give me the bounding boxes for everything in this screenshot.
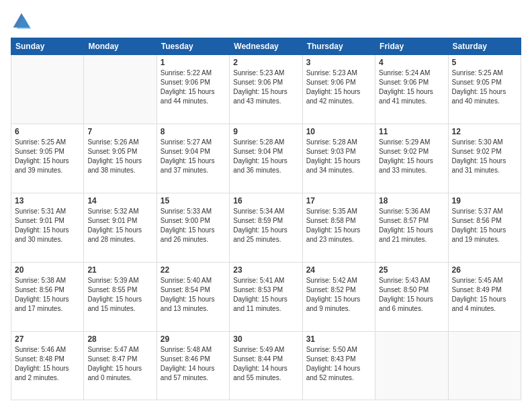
day-info: Sunrise: 5:43 AM Sunset: 8:50 PM Dayligh… bbox=[379, 276, 444, 314]
calendar-cell: 28Sunrise: 5:47 AM Sunset: 8:47 PM Dayli… bbox=[84, 332, 157, 400]
day-info: Sunrise: 5:27 AM Sunset: 9:04 PM Dayligh… bbox=[161, 138, 226, 175]
day-info: Sunrise: 5:31 AM Sunset: 9:01 PM Dayligh… bbox=[15, 207, 80, 244]
calendar-cell: 27Sunrise: 5:46 AM Sunset: 8:48 PM Dayli… bbox=[11, 332, 84, 400]
day-info: Sunrise: 5:28 AM Sunset: 9:03 PM Dayligh… bbox=[306, 138, 371, 175]
day-number: 2 bbox=[233, 58, 298, 67]
calendar-week-1: 1Sunrise: 5:22 AM Sunset: 9:06 PM Daylig… bbox=[11, 55, 521, 124]
day-info: Sunrise: 5:35 AM Sunset: 8:58 PM Dayligh… bbox=[306, 207, 371, 244]
calendar-cell: 2Sunrise: 5:23 AM Sunset: 9:06 PM Daylig… bbox=[230, 55, 302, 124]
day-info: Sunrise: 5:30 AM Sunset: 9:02 PM Dayligh… bbox=[452, 138, 517, 175]
day-info: Sunrise: 5:50 AM Sunset: 8:43 PM Dayligh… bbox=[306, 345, 371, 383]
day-number: 10 bbox=[306, 127, 371, 136]
logo bbox=[11, 11, 35, 32]
calendar-cell: 3Sunrise: 5:23 AM Sunset: 9:06 PM Daylig… bbox=[302, 55, 375, 124]
day-number: 20 bbox=[15, 265, 80, 275]
calendar-table: SundayMondayTuesdayWednesdayThursdayFrid… bbox=[11, 38, 521, 400]
day-info: Sunrise: 5:42 AM Sunset: 8:52 PM Dayligh… bbox=[306, 276, 371, 314]
calendar-week-4: 20Sunrise: 5:38 AM Sunset: 8:56 PM Dayli… bbox=[11, 263, 521, 332]
day-number: 16 bbox=[233, 196, 298, 205]
day-info: Sunrise: 5:33 AM Sunset: 9:00 PM Dayligh… bbox=[161, 207, 226, 244]
calendar-cell: 25Sunrise: 5:43 AM Sunset: 8:50 PM Dayli… bbox=[375, 263, 448, 332]
calendar-body: 1Sunrise: 5:22 AM Sunset: 9:06 PM Daylig… bbox=[11, 55, 521, 400]
calendar-header-tuesday: Tuesday bbox=[157, 38, 229, 55]
calendar-cell: 21Sunrise: 5:39 AM Sunset: 8:55 PM Dayli… bbox=[84, 263, 157, 332]
logo-icon bbox=[11, 11, 32, 32]
calendar-week-2: 6Sunrise: 5:25 AM Sunset: 9:05 PM Daylig… bbox=[11, 124, 521, 193]
day-info: Sunrise: 5:29 AM Sunset: 9:02 PM Dayligh… bbox=[379, 138, 444, 175]
day-info: Sunrise: 5:25 AM Sunset: 9:05 PM Dayligh… bbox=[15, 138, 80, 175]
day-info: Sunrise: 5:32 AM Sunset: 9:01 PM Dayligh… bbox=[87, 207, 152, 244]
calendar-cell: 24Sunrise: 5:42 AM Sunset: 8:52 PM Dayli… bbox=[302, 263, 375, 332]
calendar-cell: 16Sunrise: 5:34 AM Sunset: 8:59 PM Dayli… bbox=[230, 193, 302, 263]
day-number: 28 bbox=[87, 334, 152, 344]
calendar-cell: 1Sunrise: 5:22 AM Sunset: 9:06 PM Daylig… bbox=[157, 55, 229, 124]
day-number: 25 bbox=[379, 265, 444, 275]
calendar-cell: 22Sunrise: 5:40 AM Sunset: 8:54 PM Dayli… bbox=[157, 263, 229, 332]
day-number: 21 bbox=[87, 265, 152, 275]
day-info: Sunrise: 5:49 AM Sunset: 8:44 PM Dayligh… bbox=[233, 345, 298, 383]
calendar-cell bbox=[11, 55, 84, 124]
calendar-cell: 13Sunrise: 5:31 AM Sunset: 9:01 PM Dayli… bbox=[11, 193, 84, 263]
day-number: 5 bbox=[452, 58, 517, 67]
day-info: Sunrise: 5:24 AM Sunset: 9:06 PM Dayligh… bbox=[379, 68, 444, 106]
calendar-cell: 5Sunrise: 5:25 AM Sunset: 9:05 PM Daylig… bbox=[448, 55, 521, 124]
day-number: 9 bbox=[233, 127, 298, 136]
calendar-cell bbox=[448, 332, 521, 400]
day-info: Sunrise: 5:25 AM Sunset: 9:05 PM Dayligh… bbox=[452, 68, 517, 106]
calendar-cell: 11Sunrise: 5:29 AM Sunset: 9:02 PM Dayli… bbox=[375, 124, 448, 193]
calendar-cell: 10Sunrise: 5:28 AM Sunset: 9:03 PM Dayli… bbox=[302, 124, 375, 193]
day-info: Sunrise: 5:45 AM Sunset: 8:49 PM Dayligh… bbox=[452, 276, 517, 314]
calendar-cell: 31Sunrise: 5:50 AM Sunset: 8:43 PM Dayli… bbox=[302, 332, 375, 400]
day-number: 8 bbox=[161, 127, 226, 136]
day-info: Sunrise: 5:22 AM Sunset: 9:06 PM Dayligh… bbox=[161, 68, 226, 106]
calendar-header-thursday: Thursday bbox=[302, 38, 375, 55]
calendar-header-row: SundayMondayTuesdayWednesdayThursdayFrid… bbox=[11, 38, 521, 55]
calendar-header-friday: Friday bbox=[375, 38, 448, 55]
calendar-cell: 7Sunrise: 5:26 AM Sunset: 9:05 PM Daylig… bbox=[84, 124, 157, 193]
day-number: 17 bbox=[306, 196, 371, 205]
calendar-cell bbox=[84, 55, 157, 124]
day-number: 29 bbox=[161, 334, 226, 344]
day-number: 23 bbox=[233, 265, 298, 275]
calendar-cell: 23Sunrise: 5:41 AM Sunset: 8:53 PM Dayli… bbox=[230, 263, 302, 332]
day-number: 14 bbox=[87, 196, 152, 205]
calendar-cell: 29Sunrise: 5:48 AM Sunset: 8:46 PM Dayli… bbox=[157, 332, 229, 400]
calendar-header-wednesday: Wednesday bbox=[230, 38, 302, 55]
day-number: 4 bbox=[379, 58, 444, 67]
calendar-week-5: 27Sunrise: 5:46 AM Sunset: 8:48 PM Dayli… bbox=[11, 332, 521, 400]
day-number: 6 bbox=[15, 127, 80, 136]
day-info: Sunrise: 5:37 AM Sunset: 8:56 PM Dayligh… bbox=[452, 207, 517, 244]
calendar-cell: 30Sunrise: 5:49 AM Sunset: 8:44 PM Dayli… bbox=[230, 332, 302, 400]
day-number: 30 bbox=[233, 334, 298, 344]
day-number: 27 bbox=[15, 334, 80, 344]
calendar-cell bbox=[375, 332, 448, 400]
calendar-header-saturday: Saturday bbox=[448, 38, 521, 55]
calendar-cell: 20Sunrise: 5:38 AM Sunset: 8:56 PM Dayli… bbox=[11, 263, 84, 332]
calendar-header-sunday: Sunday bbox=[11, 38, 84, 55]
day-number: 3 bbox=[306, 58, 371, 67]
day-info: Sunrise: 5:41 AM Sunset: 8:53 PM Dayligh… bbox=[233, 276, 298, 314]
calendar-header-monday: Monday bbox=[84, 38, 157, 55]
day-number: 18 bbox=[379, 196, 444, 205]
day-info: Sunrise: 5:38 AM Sunset: 8:56 PM Dayligh… bbox=[15, 276, 80, 314]
day-number: 19 bbox=[452, 196, 517, 205]
day-info: Sunrise: 5:26 AM Sunset: 9:05 PM Dayligh… bbox=[87, 138, 152, 175]
day-info: Sunrise: 5:23 AM Sunset: 9:06 PM Dayligh… bbox=[233, 68, 298, 106]
day-info: Sunrise: 5:39 AM Sunset: 8:55 PM Dayligh… bbox=[87, 276, 152, 314]
calendar-cell: 9Sunrise: 5:28 AM Sunset: 9:04 PM Daylig… bbox=[230, 124, 302, 193]
calendar-cell: 8Sunrise: 5:27 AM Sunset: 9:04 PM Daylig… bbox=[157, 124, 229, 193]
day-number: 11 bbox=[379, 127, 444, 136]
day-number: 15 bbox=[161, 196, 226, 205]
day-info: Sunrise: 5:36 AM Sunset: 8:57 PM Dayligh… bbox=[379, 207, 444, 244]
day-number: 24 bbox=[306, 265, 371, 275]
calendar-cell: 4Sunrise: 5:24 AM Sunset: 9:06 PM Daylig… bbox=[375, 55, 448, 124]
day-number: 31 bbox=[306, 334, 371, 344]
calendar-cell: 26Sunrise: 5:45 AM Sunset: 8:49 PM Dayli… bbox=[448, 263, 521, 332]
day-number: 12 bbox=[452, 127, 517, 136]
day-info: Sunrise: 5:40 AM Sunset: 8:54 PM Dayligh… bbox=[161, 276, 226, 314]
calendar-cell: 18Sunrise: 5:36 AM Sunset: 8:57 PM Dayli… bbox=[375, 193, 448, 263]
day-number: 22 bbox=[161, 265, 226, 275]
calendar-cell: 15Sunrise: 5:33 AM Sunset: 9:00 PM Dayli… bbox=[157, 193, 229, 263]
day-info: Sunrise: 5:34 AM Sunset: 8:59 PM Dayligh… bbox=[233, 207, 298, 244]
day-info: Sunrise: 5:28 AM Sunset: 9:04 PM Dayligh… bbox=[233, 138, 298, 175]
